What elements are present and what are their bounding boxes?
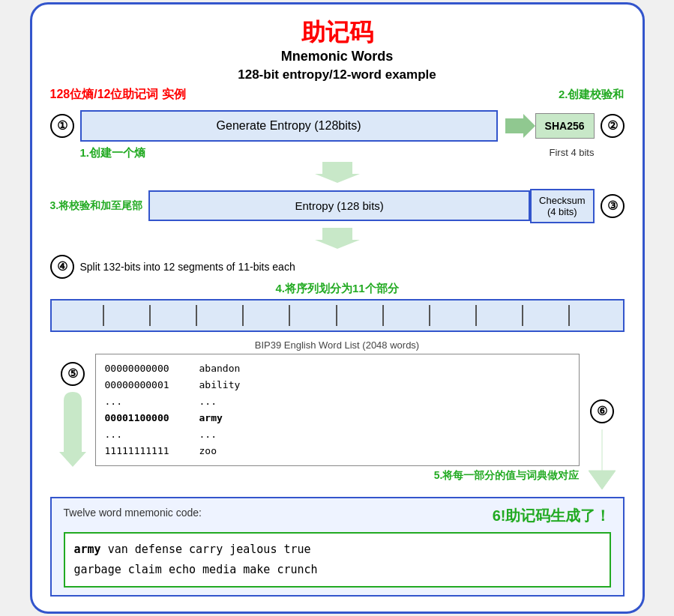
wl-item: 11111111111 bbox=[105, 443, 187, 459]
circle-5: ⑤ bbox=[61, 362, 85, 386]
row-split: ④ Split 132-bits into 12 segments of 11-… bbox=[50, 255, 625, 332]
entropy128-box: Entropy (128 bits) bbox=[148, 190, 530, 221]
label-step1: 1.创建一个熵 bbox=[80, 146, 146, 160]
arrow-down-left-icon bbox=[59, 392, 86, 467]
split-label-zh: 4.将序列划分为11个部分 bbox=[50, 282, 625, 296]
svg-marker-0 bbox=[505, 114, 535, 138]
circle-1: ① bbox=[50, 114, 74, 138]
wl-word: ... bbox=[199, 393, 259, 410]
wl-item-highlight: 00001100000 bbox=[105, 410, 187, 426]
circle-4: ④ bbox=[50, 255, 74, 279]
wl-word: ... bbox=[199, 426, 259, 443]
label-step5: 5.将每一部分的值与词典做对应 bbox=[95, 469, 580, 483]
split-label-en: Split 132-bits into 12 segments of 11-bi… bbox=[80, 261, 295, 273]
mnemonic-outer-box: Twelve word mnemonic code: 6!助记码生成了！ arm… bbox=[50, 497, 625, 597]
wl-item: ... bbox=[105, 426, 187, 443]
title-zh: 助记码 bbox=[50, 18, 625, 46]
arrow-down-1-icon bbox=[315, 162, 360, 183]
row-entropy: ① Generate Entropy (128bits) SHA256 ② bbox=[50, 110, 625, 142]
circle-6: ⑥ bbox=[590, 399, 614, 423]
row-checksum: 3.将校验和加至尾部 Entropy (128 bits) Checksum(4… bbox=[50, 189, 625, 223]
mnemonic-rest-words: van defense carry jealous truegarbage cl… bbox=[74, 543, 318, 576]
wordlist-box: 00000000000 00000000001 ... 00001100000 … bbox=[95, 354, 580, 467]
wl-item: 00000000000 bbox=[105, 360, 187, 377]
wordlist-col1: 00000000000 00000000001 ... 00001100000 … bbox=[105, 360, 187, 460]
label-step3: 3.将校验和加至尾部 bbox=[50, 199, 143, 213]
checksum-box: Checksum(4 bits) bbox=[530, 189, 594, 223]
wl-word: ability bbox=[199, 377, 259, 393]
arrow-down-right-icon bbox=[589, 429, 616, 489]
first4bits-label: First 4 bits bbox=[550, 147, 625, 158]
main-container: 助记码 Mnemonic Words 128-bit entropy/12-wo… bbox=[30, 2, 645, 613]
wordlist-center-col: BIP39 English Word List (2048 words) 000… bbox=[95, 339, 580, 483]
wl-item: ... bbox=[105, 393, 187, 410]
wl-word: zoo bbox=[199, 443, 259, 459]
wordlist-label: BIP39 English Word List (2048 words) bbox=[95, 339, 580, 351]
segments-box bbox=[50, 299, 625, 332]
mnemonic-label: Twelve word mnemonic code: bbox=[64, 507, 202, 519]
wl-word-highlight: army bbox=[199, 410, 259, 426]
svg-marker-2 bbox=[315, 228, 360, 249]
circle-3: ③ bbox=[601, 194, 625, 218]
wl-word: abandon bbox=[199, 360, 259, 377]
label-step2: 2.创建校验和 bbox=[559, 88, 625, 102]
mnemonic-first-word: army bbox=[74, 543, 101, 556]
subtitle-zh: 128位熵/12位助记词 实例 bbox=[50, 87, 186, 103]
generate-entropy-box: Generate Entropy (128bits) bbox=[80, 110, 498, 142]
title-en-line2: 128-bit entropy/12-word example bbox=[50, 66, 625, 84]
wordlist-right-col: ⑥ bbox=[580, 339, 625, 489]
wordlist-col2: abandon ability ... army ... zoo bbox=[199, 360, 259, 460]
title-en-line1: Mnemonic Words bbox=[50, 47, 625, 66]
arrow-down-2-icon bbox=[315, 228, 360, 249]
arrow-right-icon bbox=[505, 111, 535, 141]
wordlist-left-col: ⑤ bbox=[50, 339, 95, 467]
svg-marker-1 bbox=[315, 162, 360, 183]
wl-item: 00000000001 bbox=[105, 377, 187, 393]
mnemonic-words-box: army van defense carry jealous truegarba… bbox=[64, 532, 611, 588]
row-wordlist: ⑤ BIP39 English Word List (2048 words) 0… bbox=[50, 339, 625, 489]
circle-2: ② bbox=[601, 114, 625, 138]
label-step6: 6!助记码生成了！ bbox=[493, 506, 611, 526]
row-mnemonic: Twelve word mnemonic code: 6!助记码生成了！ arm… bbox=[50, 497, 625, 597]
sha256-box: SHA256 bbox=[535, 113, 595, 139]
